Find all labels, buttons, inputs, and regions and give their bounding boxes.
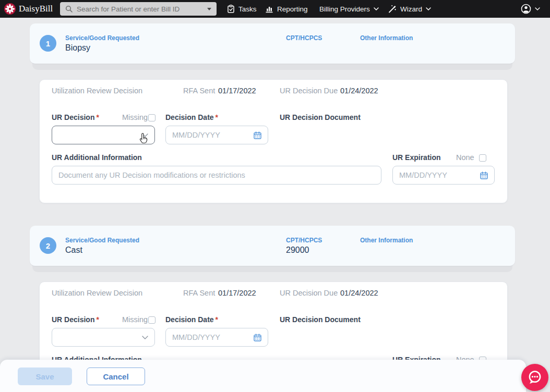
magic-wand-icon — [388, 5, 397, 13]
ur-decision-due-label: UR Decision Due — [280, 289, 338, 297]
missing-checkbox[interactable] — [148, 114, 156, 121]
daisy-logo-icon — [4, 3, 16, 15]
chat-support-button[interactable] — [521, 364, 548, 391]
chevron-down-icon — [426, 7, 431, 10]
cpt-hcpcs-label: CPT/HCPCS — [286, 237, 322, 244]
line-item-number-badge: 2 — [40, 237, 56, 254]
global-search[interactable] — [60, 2, 217, 16]
calendar-icon[interactable] — [254, 334, 261, 341]
brand-logo[interactable]: DaisyBill — [4, 0, 53, 18]
rfa-sent-date: 01/17/2022 — [218, 87, 256, 95]
top-navigation-bar: DaisyBill Tasks — [0, 0, 550, 18]
ur-decision-label: UR Decision* — [52, 315, 99, 324]
user-account-menu[interactable] — [521, 0, 540, 18]
ur-decision-select[interactable] — [52, 126, 155, 144]
nav-tasks-label: Tasks — [238, 5, 257, 13]
ur-section-title: Utilization Review Decision — [52, 87, 142, 95]
required-asterisk: * — [216, 113, 218, 121]
ur-decision-select[interactable] — [52, 328, 155, 347]
decision-date-field[interactable] — [165, 328, 268, 347]
cancel-button[interactable]: Cancel — [87, 368, 145, 385]
service-good-requested-label: Service/Good Requested — [65, 34, 139, 42]
calendar-icon[interactable] — [480, 172, 488, 179]
line-item-group-1: 1 Service/Good Requested Biopsy CPT/HCPC… — [30, 23, 518, 211]
rfa-sent-label: RFA Sent — [183, 87, 215, 95]
missing-label: Missing — [122, 113, 148, 121]
clipboard-check-icon — [227, 5, 235, 13]
bar-chart-icon — [265, 5, 273, 13]
utilization-review-card: Utilization Review Decision RFA Sent 01/… — [39, 79, 508, 203]
ur-decision-label: UR Decision* — [52, 113, 99, 121]
ur-decision-due-label: UR Decision Due — [280, 87, 338, 95]
ur-expiration-label: UR Expiration — [392, 153, 441, 162]
ur-additional-information-input[interactable] — [58, 171, 375, 179]
chevron-down-icon — [142, 336, 148, 339]
search-dropdown-icon[interactable] — [207, 8, 211, 10]
required-asterisk: * — [96, 315, 99, 324]
brand-name: DaisyBill — [19, 4, 53, 14]
chevron-down-icon — [535, 7, 540, 10]
decision-date-input[interactable] — [172, 333, 249, 341]
ur-expiration-input[interactable] — [399, 171, 476, 179]
nav-reporting[interactable]: Reporting — [265, 0, 308, 18]
save-button[interactable]: Save — [18, 368, 72, 385]
ur-additional-information-label: UR Additional Information — [52, 153, 142, 162]
none-checkbox[interactable] — [479, 154, 486, 162]
ur-decision-document-label: UR Decision Document — [280, 315, 361, 324]
decision-date-input[interactable] — [172, 131, 249, 139]
rfa-sent-label: RFA Sent — [183, 289, 215, 297]
chevron-down-icon — [374, 7, 379, 10]
missing-label: Missing — [122, 315, 148, 324]
ur-expiration-field[interactable] — [392, 166, 495, 185]
ur-section-title: Utilization Review Decision — [52, 289, 142, 297]
search-icon — [65, 5, 73, 13]
missing-checkbox[interactable] — [148, 316, 156, 324]
required-asterisk: * — [216, 315, 218, 324]
line-item-number-badge: 1 — [40, 35, 56, 52]
nav-reporting-label: Reporting — [277, 5, 308, 13]
none-label: None — [456, 153, 474, 162]
rfa-sent-date: 01/17/2022 — [218, 289, 256, 297]
chevron-down-icon — [142, 133, 148, 137]
cpt-code-value: 29000 — [286, 246, 309, 255]
other-information-label: Other Information — [360, 237, 413, 244]
nav-billing-providers[interactable]: Billing Providers — [319, 0, 379, 18]
ur-decision-due-date: 01/24/2022 — [340, 289, 378, 297]
search-input[interactable] — [77, 5, 203, 13]
ur-additional-information-field[interactable] — [52, 166, 381, 185]
nav-billing-providers-label: Billing Providers — [319, 5, 370, 13]
decision-date-label: Decision Date* — [165, 113, 218, 121]
service-header-card: 2 Service/Good Requested Cast CPT/HCPCS … — [30, 226, 515, 266]
cpt-hcpcs-label: CPT/HCPCS — [286, 34, 322, 42]
user-avatar-icon — [521, 4, 531, 14]
action-footer: Save Cancel — [0, 360, 526, 392]
page: DaisyBill Tasks — [0, 0, 550, 392]
calendar-icon[interactable] — [254, 131, 261, 139]
required-asterisk: * — [96, 113, 99, 121]
service-header-card: 1 Service/Good Requested Biopsy CPT/HCPC… — [30, 23, 515, 64]
ur-decision-due-date: 01/24/2022 — [340, 87, 378, 95]
service-name: Cast — [65, 246, 82, 255]
nav-tasks[interactable]: Tasks — [227, 0, 257, 18]
service-name: Biopsy — [65, 43, 90, 53]
nav-wizard-label: Wizard — [400, 5, 422, 13]
nav-wizard[interactable]: Wizard — [388, 0, 431, 18]
decision-date-label: Decision Date* — [165, 315, 218, 324]
chat-bubble-icon — [527, 369, 543, 386]
ur-decision-document-label: UR Decision Document — [280, 113, 361, 121]
service-good-requested-label: Service/Good Requested — [65, 237, 139, 244]
other-information-label: Other Information — [360, 34, 413, 42]
decision-date-field[interactable] — [165, 126, 268, 144]
